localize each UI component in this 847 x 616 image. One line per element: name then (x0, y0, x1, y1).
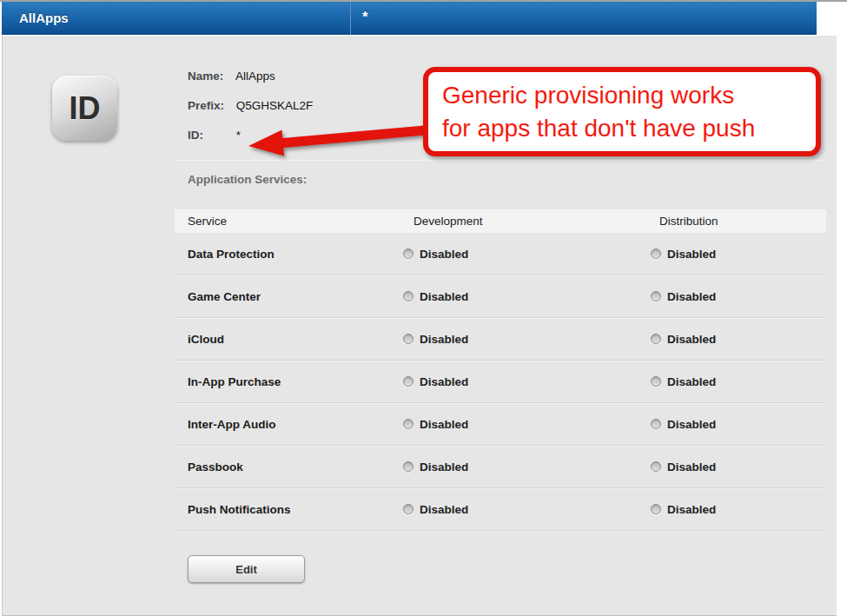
distribution-status: Disabled (667, 418, 716, 431)
service-row: Data Protection Disabled Disabled (175, 233, 826, 275)
distribution-radio-icon (651, 504, 661, 514)
development-status: Disabled (420, 248, 468, 261)
service-row: iCloud Disabled Disabled (175, 318, 826, 361)
service-name: Game Center (188, 290, 261, 303)
development-radio-icon (403, 376, 414, 387)
service-row: Game Center Disabled Disabled (175, 275, 826, 318)
id-label: ID: (188, 121, 233, 150)
service-row: Inter-App Audio Disabled Disabled (175, 403, 826, 446)
column-header-service: Service (175, 215, 396, 228)
development-radio-icon (403, 461, 414, 472)
distribution-status: Disabled (667, 503, 716, 516)
service-name: Inter-App Audio (188, 418, 275, 431)
distribution-status: Disabled (667, 460, 716, 474)
distribution-status: Disabled (667, 248, 716, 261)
column-header-distribution: Distribution (644, 215, 826, 228)
distribution-radio-icon (651, 334, 661, 344)
annotation-callout: Generic provisioning works for apps that… (423, 67, 821, 156)
application-services-heading: Application Services: (188, 173, 307, 186)
development-radio-icon (403, 248, 414, 259)
meta-row-name: Name: AllApps (188, 62, 313, 91)
development-radio-icon (403, 291, 414, 301)
appid-row-name: AllApps (19, 2, 69, 35)
distribution-status: Disabled (667, 375, 716, 388)
distribution-radio-icon (651, 376, 661, 387)
service-name: iCloud (188, 333, 224, 346)
development-status: Disabled (420, 290, 468, 303)
distribution-radio-icon (651, 419, 661, 429)
distribution-radio-icon (651, 248, 661, 259)
page: AllApps * ID Name: AllApps Prefix: Q5GHS… (0, 0, 847, 616)
development-radio-icon (403, 419, 414, 429)
name-label: Name: (188, 62, 233, 91)
distribution-radio-icon (651, 291, 661, 301)
prefix-value: Q5GHSKAL2F (236, 99, 314, 112)
distribution-radio-icon (651, 461, 661, 472)
development-status: Disabled (420, 503, 468, 516)
service-name: Push Notifications (188, 503, 291, 516)
service-name: Data Protection (188, 248, 275, 261)
service-name: In-App Purchase (188, 375, 281, 388)
app-id-icon-label: ID (69, 90, 101, 127)
name-value: AllApps (235, 70, 275, 83)
callout-arrow-icon (240, 113, 448, 165)
service-name: Passbook (188, 460, 243, 474)
appid-row-header[interactable]: AllApps * (2, 2, 817, 35)
app-id-icon: ID (52, 76, 117, 141)
column-header-development: Development (396, 215, 644, 228)
service-row: Passbook Disabled Disabled (175, 446, 826, 488)
header-column-divider (350, 2, 351, 35)
distribution-status: Disabled (667, 290, 716, 303)
edit-button[interactable]: Edit (188, 555, 305, 583)
appid-row-id: * (362, 9, 368, 26)
development-status: Disabled (420, 418, 468, 431)
service-row: In-App Purchase Disabled Disabled (175, 361, 826, 403)
annotation-line-1: Generic provisioning works (442, 79, 816, 112)
development-radio-icon (403, 504, 414, 514)
services-table-header: Service Development Distribution (175, 209, 826, 233)
services-table: Service Development Distribution Data Pr… (175, 209, 826, 531)
development-status: Disabled (420, 460, 468, 474)
development-status: Disabled (420, 333, 468, 346)
prefix-label: Prefix: (188, 91, 233, 121)
development-radio-icon (403, 334, 414, 344)
development-status: Disabled (420, 375, 468, 388)
distribution-status: Disabled (667, 333, 716, 346)
annotation-line-2: for apps that don't have push (442, 112, 816, 145)
service-row: Push Notifications Disabled Disabled (175, 488, 826, 531)
services-table-body: Data Protection Disabled Disabled Game C… (175, 233, 826, 531)
